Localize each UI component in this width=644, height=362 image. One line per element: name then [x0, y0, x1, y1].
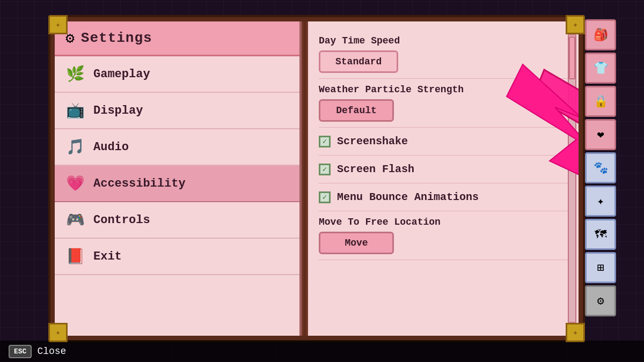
weather-particle-section: Weather Particle Strength Default — [319, 79, 568, 128]
book-inner: ⚙ Settings 🌿 Gameplay 📺 Display 🎵 Audio — [50, 17, 583, 340]
book-container: ⚙ Settings 🌿 Gameplay 📺 Display 🎵 Audio — [48, 15, 585, 342]
screenshake-row: Screenshake — [319, 128, 568, 156]
corner-tl — [48, 15, 68, 34]
left-page: ⚙ Settings 🌿 Gameplay 📺 Display 🎵 Audio — [55, 21, 302, 336]
right-content: Day Time Speed Standard Weather Particle… — [308, 21, 579, 336]
day-time-speed-button[interactable]: Standard — [319, 50, 398, 73]
settings-header: ⚙ Settings — [55, 21, 299, 56]
screen-flash-label: Screen Flash — [337, 163, 414, 175]
nav-label-controls: Controls — [93, 213, 150, 227]
exit-icon: 📕 — [65, 247, 85, 265]
nav-item-controls[interactable]: 🎮 Controls — [55, 202, 299, 239]
nav-item-gameplay[interactable]: 🌿 Gameplay — [55, 56, 299, 93]
controls-icon: 🎮 — [65, 211, 85, 229]
weather-particle-label: Weather Particle Strength — [319, 84, 568, 95]
menu-bounce-row: Menu Bounce Animations — [319, 183, 568, 211]
book-outer: ⚙ Settings 🌿 Gameplay 📺 Display 🎵 Audio — [48, 15, 585, 342]
gameplay-icon: 🌿 — [65, 65, 85, 83]
nav-label-audio: Audio — [93, 141, 129, 154]
day-time-speed-section: Day Time Speed Standard — [319, 30, 568, 79]
move-to-free-section: Move To Free Location Move — [319, 211, 568, 260]
screen-flash-row: Screen Flash — [319, 156, 568, 183]
sidebar-gear-btn[interactable]: ⚙ — [585, 285, 616, 316]
nav-label-exit: Exit — [93, 250, 122, 263]
scrollbar-track: ▲ ▼ — [568, 26, 576, 331]
sidebar-heart-btn[interactable]: ❤️ — [585, 119, 616, 150]
nav-item-exit[interactable]: 📕 Exit — [55, 239, 299, 275]
screenshake-label: Screenshake — [337, 135, 408, 147]
sidebar-map-btn[interactable]: 🗺 — [585, 219, 616, 250]
settings-title: Settings — [81, 30, 152, 46]
esc-key: ESC — [9, 345, 32, 358]
book-spine — [302, 21, 308, 336]
nav-item-display[interactable]: 📺 Display — [55, 93, 299, 129]
nav-label-accessibility: Accessibility — [93, 177, 186, 190]
corner-br — [566, 323, 585, 342]
menu-bounce-checkbox[interactable] — [319, 191, 331, 203]
corner-bl — [48, 323, 68, 342]
sidebar-lock-btn[interactable]: 🔒 — [585, 86, 616, 117]
screenshake-checkbox[interactable] — [319, 136, 331, 147]
sidebar-backpack-btn[interactable]: 🎒 — [585, 19, 616, 50]
right-sidebar: 🎒 👕 🔒 ❤️ 🐾 ✦ 🗺 ⊞ ⚙ — [585, 17, 619, 340]
move-to-free-button[interactable]: Move — [319, 232, 394, 254]
nav-label-display: Display — [93, 104, 143, 117]
scrollbar-thumb[interactable] — [569, 36, 575, 79]
weather-particle-button[interactable]: Default — [319, 99, 394, 122]
right-page: Day Time Speed Standard Weather Particle… — [308, 21, 579, 336]
day-time-speed-label: Day Time Speed — [319, 35, 568, 46]
esc-bar: ESC Close — [0, 341, 644, 362]
sidebar-grid-btn[interactable]: ⊞ — [585, 252, 616, 283]
screen-flash-checkbox[interactable] — [319, 164, 331, 175]
audio-icon: 🎵 — [65, 138, 85, 156]
nav-item-accessibility[interactable]: 💗 Accessibility — [55, 166, 299, 202]
nav-item-audio[interactable]: 🎵 Audio — [55, 129, 299, 166]
corner-tr — [566, 15, 585, 34]
nav-label-gameplay: Gameplay — [93, 68, 150, 81]
close-label: Close — [37, 346, 66, 357]
accessibility-icon: 💗 — [65, 174, 85, 193]
display-icon: 📺 — [65, 101, 85, 120]
menu-bounce-label: Menu Bounce Animations — [337, 191, 479, 203]
sidebar-shirt-btn[interactable]: 👕 — [585, 53, 616, 84]
move-to-free-label: Move To Free Location — [319, 217, 568, 227]
sidebar-paw-btn[interactable]: 🐾 — [585, 152, 616, 183]
sidebar-compass-btn[interactable]: ✦ — [585, 186, 616, 217]
